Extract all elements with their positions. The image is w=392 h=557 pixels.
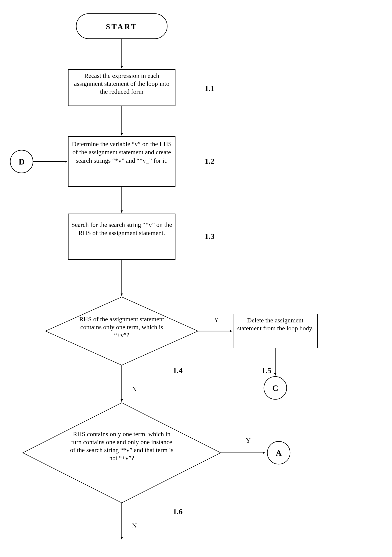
process-1-2: Determine the variable “v” on the LHS of… [68,137,175,187]
connector-A-text: A [276,449,282,458]
decision-1-4-text: RHS of the assignment statement contains… [79,316,164,339]
process-1-2-text: Determine the variable “v” on the LHS of… [72,140,172,164]
process-1-1: Recast the expression in each assignment… [68,69,175,106]
decision-1-6: RHS contains only one term, which in tur… [23,403,221,503]
process-1-5-text: Delete the assignment statement from the… [237,317,313,332]
label-1-4: 1.4 [173,366,183,375]
process-1-3-text: Search for the search string “*v” on the… [72,221,172,236]
label-1-3: 1.3 [205,232,214,240]
label-1-6: 1.6 [173,508,183,516]
process-1-3: Search for the search string “*v” on the… [68,214,175,259]
label-1-4-N: N [132,385,137,393]
label-1-2: 1.2 [205,157,214,165]
decision-1-6-text: RHS contains only one term, which in tur… [70,431,173,461]
start-node: START [76,14,167,39]
connector-D: D [10,150,33,173]
connector-C: C [264,377,287,399]
label-1-6-Y: Y [246,436,251,444]
connector-D-text: D [19,157,24,166]
label-1-4-Y: Y [214,316,219,323]
connector-A: A [267,442,290,464]
label-1-1: 1.1 [205,84,214,93]
label-1-5: 1.5 [262,366,271,375]
start-text: START [106,22,138,31]
process-1-5: Delete the assignment statement from the… [233,314,317,348]
decision-1-4: RHS of the assignment statement contains… [46,297,198,365]
connector-C-text: C [272,384,278,393]
label-1-6-N: N [132,522,137,529]
process-1-1-text: Recast the expression in each assignment… [74,72,169,95]
